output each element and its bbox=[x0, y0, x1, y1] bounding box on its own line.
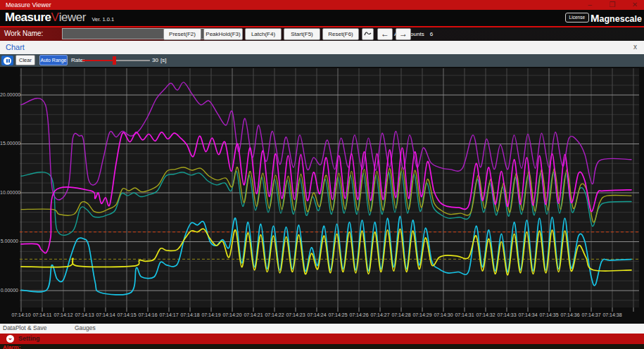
pause-icon bbox=[4, 57, 11, 65]
close-icon[interactable]: ✕ bbox=[629, 0, 641, 10]
y-axis-label: 20.00000 bbox=[0, 92, 18, 97]
x-axis-label: 07:14:18 bbox=[178, 312, 202, 317]
setting-bar[interactable]: ⌄ Setting bbox=[0, 334, 644, 344]
x-axis-label: 07:14:10 bbox=[9, 312, 33, 317]
toolbar: Work Name: Axis Counts 6 Preset(F2) Peak… bbox=[0, 27, 644, 41]
x-axis-label: 07:14:36 bbox=[558, 312, 582, 317]
x-axis-label: 07:14:13 bbox=[72, 312, 96, 317]
window-controls: – ❐ ✕ bbox=[583, 0, 641, 10]
rate-slider-handle[interactable] bbox=[113, 56, 116, 65]
x-axis-label: 07:14:17 bbox=[157, 312, 181, 317]
x-axis-label: 07:14:37 bbox=[579, 312, 603, 317]
minimize-icon[interactable]: – bbox=[583, 0, 596, 10]
start-button[interactable]: Start(F5) bbox=[284, 28, 320, 40]
y-axis-label: 0.00000 bbox=[0, 288, 18, 293]
x-axis-label: 07:14:11 bbox=[30, 312, 54, 317]
x-axis-label: 07:14:27 bbox=[368, 312, 392, 317]
peakhold-button[interactable]: PeakHold(F3) bbox=[203, 28, 243, 40]
x-axis-label: 07:14:33 bbox=[495, 312, 519, 317]
y-axis-label: 10.00000 bbox=[0, 190, 18, 195]
tab-gauges[interactable]: Gauges bbox=[75, 324, 96, 331]
measure-viewer-window: Measure Viewer – ❐ ✕ MeasureViewer Ver. … bbox=[0, 0, 644, 349]
alarm-bar: Alarm: bbox=[0, 344, 644, 349]
wave-icon bbox=[364, 30, 372, 37]
chart-tab-bar: Chart x bbox=[0, 41, 644, 54]
window-title: Measure Viewer bbox=[0, 1, 51, 8]
x-axis-label: 07:14:16 bbox=[136, 312, 160, 317]
chart-controls-bar: Clear Auto Range Rate: 30 [s] bbox=[0, 54, 644, 67]
work-name-label: Work Name: bbox=[4, 30, 43, 37]
app-header: MeasureViewer Ver. 1.0.1 License Magnesc… bbox=[0, 10, 644, 26]
chart-panel: 0.000005.0000010.0000015.0000020.0000007… bbox=[0, 67, 644, 324]
clear-button[interactable]: Clear bbox=[15, 55, 35, 65]
x-axis-label: 07:14:32 bbox=[474, 312, 498, 317]
x-axis-label: 07:14:30 bbox=[431, 312, 455, 317]
y-axis-label: 5.00000 bbox=[0, 239, 18, 243]
x-axis-label: 07:14:21 bbox=[241, 312, 265, 317]
x-axis-label: 07:14:23 bbox=[284, 312, 308, 317]
setting-label: Setting bbox=[18, 335, 40, 342]
pause-button[interactable] bbox=[1, 56, 13, 65]
x-axis-label: 07:14:22 bbox=[263, 312, 286, 317]
x-axis-label: 07:14:20 bbox=[220, 312, 244, 317]
rate-slider-fill bbox=[82, 60, 113, 61]
x-axis-label: 07:14:12 bbox=[51, 312, 75, 317]
bottom-tab-bar: DataPlot & Save Gauges bbox=[0, 324, 644, 334]
brand-iewer: iewer bbox=[59, 11, 86, 24]
brand-measure: Measure bbox=[5, 11, 51, 24]
auto-range-button[interactable]: Auto Range bbox=[39, 55, 68, 65]
x-axis-label: 07:14:15 bbox=[115, 312, 139, 317]
version-label: Ver. 1.0.1 bbox=[91, 16, 114, 23]
tab-close-icon[interactable]: x bbox=[633, 43, 637, 51]
tab-chart[interactable]: Chart bbox=[6, 43, 25, 51]
alarm-label: Alarm: bbox=[3, 344, 20, 349]
title-bar: Measure Viewer – ❐ ✕ bbox=[0, 0, 644, 10]
rate-value: 30 bbox=[152, 57, 158, 63]
x-axis-label: 07:14:25 bbox=[326, 312, 350, 317]
x-axis-label: 07:14:24 bbox=[305, 312, 329, 317]
license-button[interactable]: License bbox=[565, 13, 589, 23]
x-axis-label: 07:14:14 bbox=[94, 312, 118, 317]
x-axis-label: 07:14:28 bbox=[389, 312, 413, 317]
tab-dataplot-save[interactable]: DataPlot & Save bbox=[3, 324, 46, 331]
rate-slider[interactable] bbox=[82, 60, 150, 61]
x-axis-label: 07:14:35 bbox=[537, 312, 561, 317]
x-axis-label: 07:14:19 bbox=[199, 312, 223, 317]
chart-plot[interactable] bbox=[20, 68, 639, 313]
magnescale-logo: Magnescale bbox=[591, 12, 642, 24]
axis-counts-value: 6 bbox=[430, 31, 433, 37]
latch-button[interactable]: Latch(F4) bbox=[245, 28, 282, 40]
brand-v: V bbox=[51, 11, 58, 24]
x-axis-label: 07:14:26 bbox=[347, 312, 371, 317]
x-axis-label: 07:14:38 bbox=[600, 312, 624, 317]
back-arrow-button[interactable]: ← bbox=[377, 28, 393, 40]
x-axis-label: 07:14:34 bbox=[516, 312, 540, 317]
x-axis-label: 07:14:31 bbox=[453, 312, 476, 317]
rate-unit: [s] bbox=[160, 57, 166, 63]
magnescale-logo-m: M bbox=[591, 12, 600, 24]
forward-arrow-button[interactable]: → bbox=[396, 28, 411, 40]
y-axis-label: 15.00000 bbox=[0, 141, 18, 146]
x-axis-label: 07:14:29 bbox=[410, 312, 434, 317]
preset-button[interactable]: Preset(F2) bbox=[163, 28, 201, 40]
maximize-icon[interactable]: ❐ bbox=[606, 0, 619, 10]
chevron-down-icon[interactable]: ⌄ bbox=[6, 335, 14, 343]
wave-scale-button[interactable] bbox=[362, 28, 374, 40]
magnescale-logo-rest: agnescale bbox=[600, 14, 642, 24]
app-logo: MeasureViewer Ver. 1.0.1 bbox=[5, 11, 114, 25]
reset-button[interactable]: Reset(F6) bbox=[322, 28, 359, 40]
